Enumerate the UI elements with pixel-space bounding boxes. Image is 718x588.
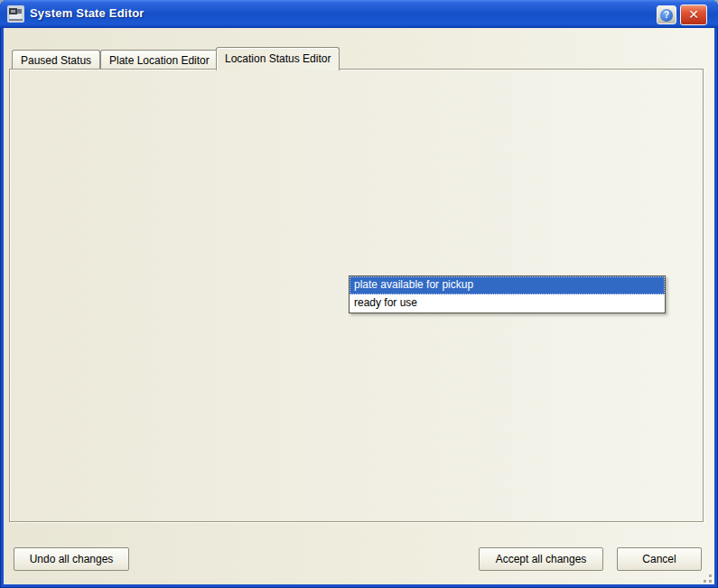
lab-instrument-app-icon [7,5,24,23]
tab-plate-location-editor[interactable]: Plate Location Editor [100,50,219,70]
dropdown-option-plate-available[interactable]: plate available for pickup [350,276,665,294]
system-state-editor-window: System State Editor ? ✕ Paused Status Pl… [0,0,718,588]
resize-grip[interactable] [701,572,712,583]
status-dropdown-popup: plate available for pickup ready for use [349,275,666,313]
cancel-button[interactable]: Cancel [617,547,702,571]
dropdown-option-ready-for-use[interactable]: ready for use [350,294,665,313]
titlebar-help-button[interactable]: ? [657,5,676,24]
tab-location-status-editor[interactable]: Location Status Editor [216,47,340,70]
titlebar[interactable]: System State Editor ? ✕ [0,0,718,28]
window-title: System State Editor [30,6,145,20]
titlebar-close-button[interactable]: ✕ [680,5,707,25]
accept-all-changes-button[interactable]: Accept all changes [479,547,603,571]
help-question-icon: ? [660,9,673,22]
undo-all-changes-button[interactable]: Undo all changes [14,547,129,571]
tab-paused-status[interactable]: Paused Status [12,50,100,70]
close-x-icon: ✕ [688,7,699,22]
